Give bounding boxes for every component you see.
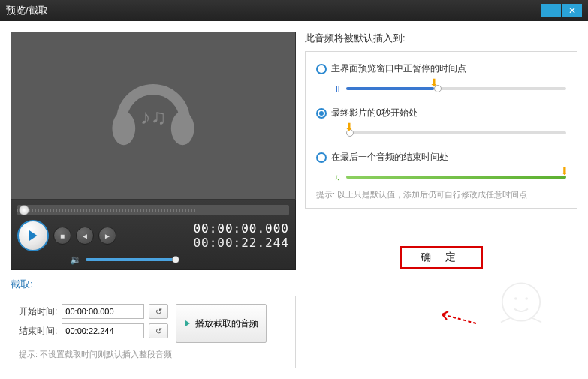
- confirm-button[interactable]: 确 定: [400, 246, 483, 269]
- volume-icon[interactable]: 🔉: [70, 254, 81, 265]
- start-time-input[interactable]: [62, 304, 144, 319]
- timeline-zero: ⬇: [331, 125, 566, 140]
- start-icon: [331, 127, 343, 139]
- svg-line-7: [532, 317, 542, 322]
- preview-pane: ♪♫: [11, 32, 296, 200]
- minimize-button[interactable]: —: [541, 4, 561, 17]
- close-button[interactable]: ✕: [562, 4, 582, 17]
- insert-option-zero[interactable]: 最终影片的0秒开始处 ⬇: [316, 107, 566, 140]
- radio-icon: [316, 64, 327, 74]
- radio-icon: [316, 152, 327, 163]
- pause-icon: ⏸: [331, 83, 343, 95]
- confirm-label: 确 定: [421, 251, 463, 264]
- reset-start-button[interactable]: ↺: [149, 304, 168, 319]
- titlebar: 预览/截取 — ✕: [0, 0, 588, 21]
- insert-box: 主界面预览窗口中正暂停的时间点 ⏸ ⬇ 最终影片的0秒开始处 ⬇: [305, 51, 577, 209]
- time-total: 00:00:22.244: [193, 236, 289, 250]
- svg-text:♪♫: ♪♫: [140, 105, 167, 128]
- cut-section-label: 截取:: [11, 278, 296, 291]
- insert-option-after-last[interactable]: 在最后一个音频的结束时间处 ♫ ⬇: [316, 151, 566, 185]
- option-label: 主界面预览窗口中正暂停的时间点: [331, 62, 466, 75]
- radio-icon: [316, 108, 327, 119]
- option-label: 最终影片的0秒开始处: [331, 107, 418, 119]
- stop-button[interactable]: ■: [53, 227, 71, 245]
- window-title: 预览/截取: [6, 4, 541, 17]
- play-cut-label: 播放截取的音频: [195, 317, 258, 330]
- end-time-label: 结束时间:: [19, 325, 57, 338]
- start-time-label: 开始时间:: [19, 305, 57, 318]
- reset-end-button[interactable]: ↺: [149, 323, 168, 338]
- insert-hint: 提示: 以上只是默认值，添加后仍可自行修改成任意时间点: [316, 189, 566, 200]
- cut-box: 开始时间: ↺ 结束时间: ↺ 播放截取的音频 提示: 不设置截取时间则默认插入…: [11, 296, 296, 368]
- svg-point-3: [502, 283, 540, 320]
- prev-button[interactable]: ◄: [76, 227, 94, 245]
- play-button[interactable]: [17, 220, 49, 251]
- option-label: 在最后一个音频的结束时间处: [331, 151, 448, 164]
- insert-heading: 此音频将被默认插入到:: [305, 32, 577, 45]
- volume-bar[interactable]: [86, 258, 176, 261]
- arrow-annotation-icon: [435, 308, 480, 331]
- cut-hint: 提示: 不设置截取时间则默认插入整段音频: [19, 349, 288, 360]
- end-time-input[interactable]: [62, 323, 144, 338]
- play-cut-button[interactable]: 播放截取的音频: [176, 304, 267, 343]
- headphones-icon: ♪♫: [101, 63, 206, 168]
- svg-line-6: [501, 317, 511, 322]
- timeline-preview: ⏸ ⬇: [331, 81, 566, 96]
- insert-option-preview-cursor[interactable]: 主界面预览窗口中正暂停的时间点 ⏸ ⬇: [316, 62, 566, 96]
- svg-point-0: [112, 111, 135, 145]
- svg-point-1: [171, 111, 194, 145]
- svg-point-4: [514, 297, 517, 300]
- next-button[interactable]: ►: [98, 227, 116, 245]
- time-current: 00:00:00.000: [193, 221, 289, 236]
- timeline-after: ♫ ⬇: [331, 170, 566, 185]
- player-controls: ■ ◄ ► 00:00:00.000 00:00:22.244 🔉: [11, 200, 296, 270]
- seek-bar[interactable]: [17, 205, 289, 215]
- time-display: 00:00:00.000 00:00:22.244: [193, 221, 289, 250]
- svg-point-5: [525, 297, 528, 300]
- music-icon: ♫: [331, 171, 343, 183]
- doodle-face-icon: [487, 272, 555, 339]
